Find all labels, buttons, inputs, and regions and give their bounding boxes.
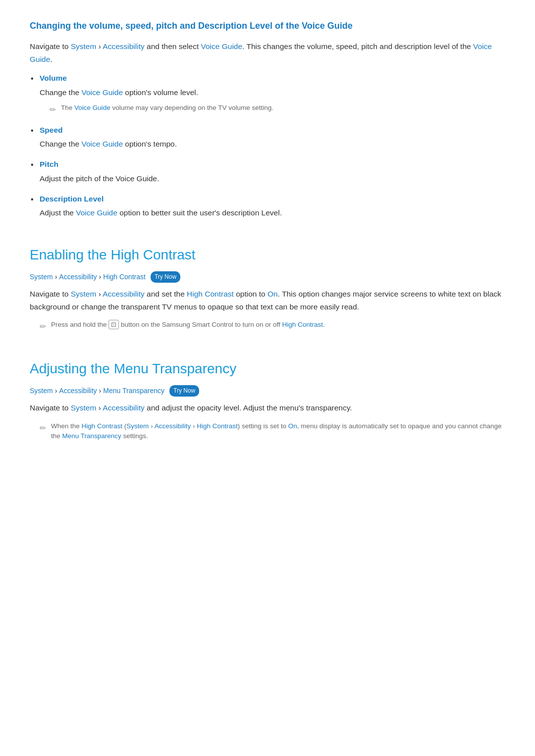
high-contrast-link-note[interactable]: High Contrast [282, 321, 323, 328]
try-now-badge-hc[interactable]: Try Now [151, 271, 180, 283]
breadcrumb-accessibility-hc[interactable]: Accessibility [59, 271, 97, 282]
list-item-pitch: Pitch Adjust the pitch of the Voice Guid… [40, 158, 505, 185]
volume-desc: Change the Voice Guide option's volume l… [40, 87, 505, 99]
high-contrast-link-mt-1[interactable]: High Contrast [82, 422, 123, 430]
note-icon-hc: ✏ [40, 320, 46, 333]
voice-guide-link-1[interactable]: Voice Guide [201, 42, 243, 50]
pitch-label: Pitch [40, 158, 505, 171]
accessibility-link-mt[interactable]: Accessibility [103, 403, 144, 412]
voice-guide-link-volume[interactable]: Voice Guide [81, 88, 123, 97]
voice-guide-link-speed[interactable]: Voice Guide [81, 140, 123, 148]
accessibility-link-mt-note[interactable]: Accessibility [155, 422, 191, 430]
voice-guide-link-desc[interactable]: Voice Guide [76, 208, 117, 217]
ctrl-button-icon: ⊡ [108, 320, 119, 329]
voice-guide-title: Changing the volume, speed, pitch and De… [30, 20, 505, 32]
menu-transparency-breadcrumb: System › Accessibility › Menu Transparen… [30, 385, 505, 397]
accessibility-link-1[interactable]: Accessibility [103, 42, 144, 50]
on-link-mt[interactable]: On [288, 422, 297, 430]
bullet-list: Volume Change the Voice Guide option's v… [30, 72, 505, 219]
high-contrast-link-mt-2[interactable]: High Contrast [197, 422, 238, 430]
note-icon-mt: ✏ [40, 422, 46, 435]
menu-transparency-link-note[interactable]: Menu Transparency [62, 432, 121, 440]
breadcrumb-high-contrast[interactable]: High Contrast [103, 271, 146, 282]
menu-transparency-title: Adjusting the Menu Transparency [30, 358, 505, 380]
volume-note: ✏ The Voice Guide volume may vary depend… [50, 103, 505, 116]
voice-guide-link-note[interactable]: Voice Guide [74, 104, 110, 111]
description-level-label: Description Level [40, 193, 505, 205]
breadcrumb-system-hc[interactable]: System [30, 271, 53, 282]
volume-label: Volume [40, 72, 505, 85]
menu-transparency-note: ✏ When the High Contrast (System › Acces… [40, 421, 505, 442]
high-contrast-body: Navigate to System › Accessibility and s… [30, 288, 505, 313]
list-item-volume: Volume Change the Voice Guide option's v… [40, 72, 505, 116]
on-link-hc[interactable]: On [268, 290, 278, 298]
list-item-description-level: Description Level Adjust the Voice Guide… [40, 193, 505, 220]
breadcrumb-system-mt[interactable]: System [30, 385, 53, 396]
pitch-desc: Adjust the pitch of the Voice Guide. [40, 173, 505, 185]
system-link-mt[interactable]: System [71, 403, 97, 412]
note-text-volume: The Voice Guide volume may vary dependin… [61, 103, 273, 113]
voice-guide-section: Changing the volume, speed, pitch and De… [30, 20, 505, 219]
voice-guide-intro: Navigate to System › Accessibility and t… [30, 40, 505, 65]
breadcrumb-sep-mt-2: › [99, 385, 102, 396]
note-text-mt: When the High Contrast (System › Accessi… [51, 421, 505, 442]
high-contrast-link-body[interactable]: High Contrast [187, 290, 234, 298]
menu-transparency-section: Adjusting the Menu Transparency System ›… [30, 358, 505, 442]
system-link-1[interactable]: System [71, 42, 97, 50]
note-icon-volume: ✏ [50, 103, 56, 116]
breadcrumb-accessibility-mt[interactable]: Accessibility [59, 385, 97, 396]
speed-desc: Change the Voice Guide option's tempo. [40, 138, 505, 151]
system-link-hc[interactable]: System [71, 290, 97, 298]
breadcrumb-menu-transparency[interactable]: Menu Transparency [103, 385, 164, 396]
try-now-badge-mt[interactable]: Try Now [169, 385, 199, 397]
breadcrumb-sep-1: › [55, 271, 57, 282]
breadcrumb-sep-mt-1: › [55, 385, 57, 396]
description-level-desc: Adjust the Voice Guide option to better … [40, 207, 505, 219]
system-link-mt-note[interactable]: System [126, 422, 149, 430]
high-contrast-section: Enabling the High Contrast System › Acce… [30, 244, 505, 333]
note-text-hc: Press and hold the ⊡ button on the Samsu… [51, 320, 325, 330]
high-contrast-note: ✏ Press and hold the ⊡ button on the Sam… [40, 320, 505, 333]
speed-label: Speed [40, 124, 505, 137]
breadcrumb-sep-2: › [99, 271, 102, 282]
accessibility-link-hc[interactable]: Accessibility [103, 290, 144, 298]
list-item-speed: Speed Change the Voice Guide option's te… [40, 124, 505, 151]
high-contrast-title: Enabling the High Contrast [30, 244, 505, 266]
high-contrast-breadcrumb: System › Accessibility › High Contrast T… [30, 271, 505, 283]
menu-transparency-body: Navigate to System › Accessibility and a… [30, 402, 505, 414]
